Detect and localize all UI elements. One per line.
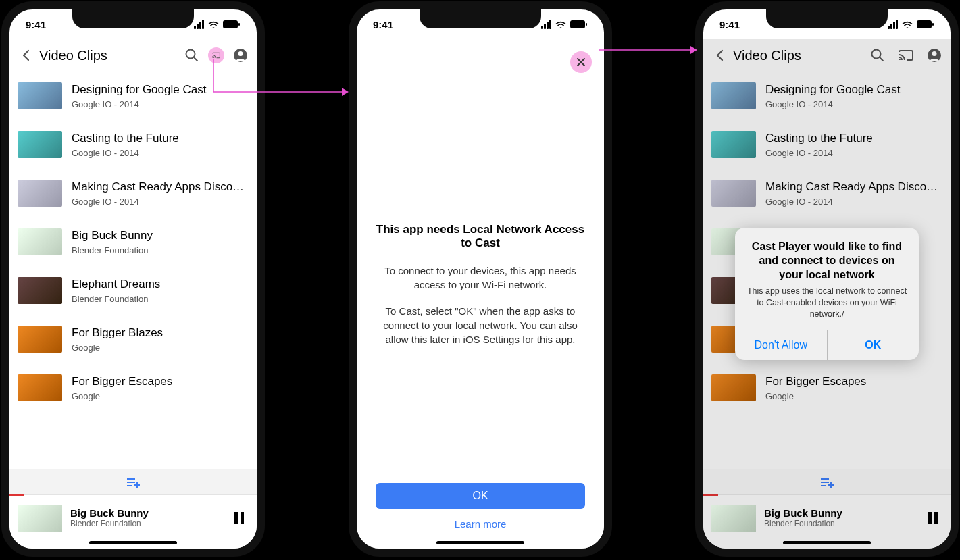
video-title: Casting to the Future xyxy=(72,132,249,145)
svg-rect-14 xyxy=(586,23,587,26)
ok-button[interactable]: OK xyxy=(827,330,919,360)
video-title: Elephant Dreams xyxy=(72,278,249,291)
status-time: 9:41 xyxy=(373,19,393,30)
cast-button[interactable] xyxy=(208,47,224,63)
video-title: Making Cast Ready Apps Discover... xyxy=(72,180,249,194)
video-thumbnail xyxy=(18,180,62,207)
phone-screen-1: 9:41 Video Clips xyxy=(1,1,265,557)
list-item[interactable]: Elephant DreamsBlender Foundation xyxy=(9,266,257,315)
video-subtitle: Google xyxy=(72,342,249,353)
video-thumbnail xyxy=(18,326,62,353)
video-title: For Bigger Escapes xyxy=(72,375,249,388)
video-thumbnail xyxy=(18,277,62,304)
status-time: 9:41 xyxy=(719,19,740,30)
alert-backdrop: Cast Player would like to find and conne… xyxy=(703,39,951,549)
video-thumbnail xyxy=(18,131,62,158)
modal-heading: This app needs Local Network Access to C… xyxy=(376,223,585,250)
video-title: Big Buck Bunny xyxy=(72,229,249,243)
alert-title: Cast Player would like to find and conne… xyxy=(746,240,908,282)
svg-rect-1 xyxy=(238,23,240,26)
list-item[interactable]: Making Cast Ready Apps Discover...Google… xyxy=(9,169,257,218)
permission-explainer-screen: This app needs Local Network Access to C… xyxy=(357,39,604,549)
video-thumbnail xyxy=(18,228,62,255)
list-item[interactable]: Casting to the FutureGoogle IO - 2014 xyxy=(9,120,257,169)
playback-progress xyxy=(9,494,24,496)
video-subtitle: Google xyxy=(72,391,249,401)
app-header: Video Clips xyxy=(9,39,257,72)
dont-allow-button[interactable]: Don't Allow xyxy=(735,330,827,360)
video-subtitle: Google IO - 2014 xyxy=(72,197,249,207)
learn-more-link[interactable]: Learn more xyxy=(376,518,585,530)
video-thumbnail xyxy=(18,82,62,109)
svg-point-5 xyxy=(238,51,243,56)
status-time: 9:41 xyxy=(26,19,46,30)
ok-button[interactable]: OK xyxy=(376,483,585,509)
battery-icon xyxy=(223,20,241,28)
back-button[interactable] xyxy=(18,47,34,63)
now-playing-thumbnail xyxy=(18,505,62,532)
list-item[interactable]: Designing for Google CastGoogle IO - 201… xyxy=(9,72,257,120)
device-notch xyxy=(420,9,541,28)
list-item[interactable]: For Bigger EscapesGoogle xyxy=(9,363,257,412)
now-playing-title: Big Buck Bunny xyxy=(70,507,222,519)
ios-permission-alert: Cast Player would like to find and conne… xyxy=(735,228,919,360)
account-button[interactable] xyxy=(232,47,249,63)
cellular-icon xyxy=(541,20,551,29)
close-button[interactable] xyxy=(570,51,592,73)
phone-screen-2: 9:41 This app needs Local Network Access… xyxy=(349,1,612,557)
svg-line-3 xyxy=(194,57,197,61)
list-item[interactable]: For Bigger BlazesGoogle xyxy=(9,315,257,363)
home-indicator xyxy=(436,541,524,544)
cellular-icon xyxy=(194,20,204,29)
svg-rect-12 xyxy=(241,512,244,524)
device-notch xyxy=(72,9,194,28)
search-button[interactable] xyxy=(184,47,200,63)
battery-icon xyxy=(570,20,588,28)
battery-icon xyxy=(917,20,934,28)
modal-paragraph: To Cast, select "OK" when the app asks t… xyxy=(376,304,585,347)
wifi-icon xyxy=(555,20,566,28)
svg-rect-17 xyxy=(917,20,932,28)
page-title: Video Clips xyxy=(39,48,178,63)
svg-rect-0 xyxy=(223,20,238,28)
alert-message: This app uses the local network to conne… xyxy=(746,286,908,320)
pause-button[interactable] xyxy=(230,509,249,528)
phone-screen-3: 9:41 Video Clips xyxy=(695,1,959,557)
now-playing-bar[interactable]: Big Buck Bunny Blender Foundation xyxy=(9,494,257,540)
video-thumbnail xyxy=(18,374,62,401)
now-playing-subtitle: Blender Foundation xyxy=(70,519,222,528)
video-subtitle: Google IO - 2014 xyxy=(72,99,249,109)
video-list: Designing for Google CastGoogle IO - 201… xyxy=(9,72,257,469)
device-notch xyxy=(766,9,888,28)
video-subtitle: Google IO - 2014 xyxy=(72,148,249,158)
video-title: For Bigger Blazes xyxy=(72,326,249,340)
modal-paragraph: To connect to your devices, this app nee… xyxy=(376,263,585,292)
svg-rect-13 xyxy=(570,20,585,28)
wifi-icon xyxy=(902,20,913,28)
playlist-add-icon xyxy=(126,477,141,488)
video-subtitle: Blender Foundation xyxy=(72,294,249,304)
wifi-icon xyxy=(208,20,219,28)
list-item[interactable]: Big Buck BunnyBlender Foundation xyxy=(9,218,257,266)
home-indicator xyxy=(783,541,871,544)
video-title: Designing for Google Cast xyxy=(72,83,249,97)
video-subtitle: Blender Foundation xyxy=(72,245,249,255)
svg-rect-11 xyxy=(234,512,238,524)
queue-bar[interactable] xyxy=(9,469,257,494)
cellular-icon xyxy=(888,20,898,29)
svg-rect-18 xyxy=(932,23,934,26)
home-indicator xyxy=(89,541,177,544)
